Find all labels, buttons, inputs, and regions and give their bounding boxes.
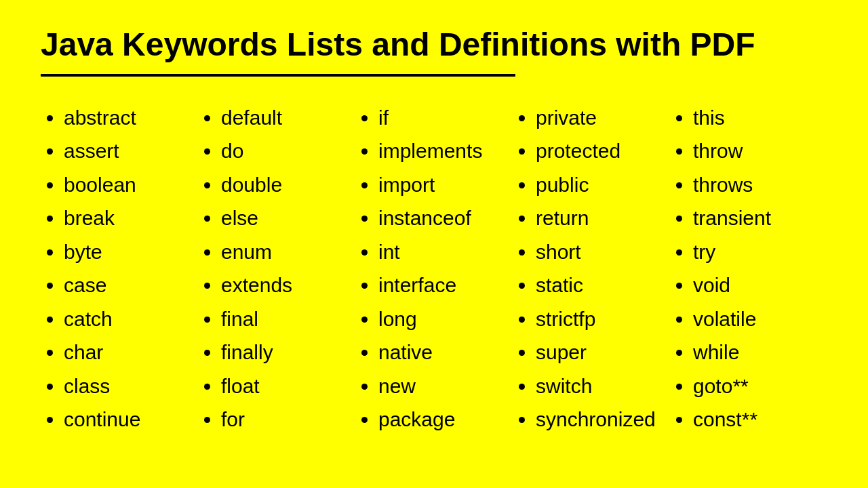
keyword-item-break: break — [64, 201, 191, 235]
keywords-grid: abstractassertbooleanbreakbytecasecatchc… — [41, 101, 827, 436]
keyword-item-switch: switch — [536, 369, 663, 403]
keyword-item-do: do — [221, 134, 349, 168]
keyword-item-while: while — [693, 336, 821, 369]
keyword-column-4: privateprotectedpublicreturnshortstatics… — [513, 101, 670, 436]
keyword-item-abstract: abstract — [64, 101, 191, 135]
keyword-item-const: const** — [693, 403, 821, 436]
keyword-item-try: try — [693, 235, 821, 269]
keyword-item-double: double — [221, 168, 349, 202]
keyword-item-boolean: boolean — [64, 168, 191, 202]
keyword-item-float: float — [221, 369, 349, 403]
keyword-item-this: this — [693, 101, 821, 135]
keyword-item-void: void — [693, 268, 821, 302]
keyword-item-int: int — [378, 235, 506, 269]
keyword-item-super: super — [536, 336, 663, 369]
keyword-item-assert: assert — [64, 134, 191, 168]
keyword-item-transient: transient — [693, 201, 821, 235]
keyword-item-implements: implements — [378, 134, 506, 168]
keyword-item-short: short — [536, 235, 663, 269]
keyword-item-native: native — [378, 336, 506, 369]
keyword-item-return: return — [536, 201, 663, 235]
keyword-item-volatile: volatile — [693, 302, 821, 336]
keyword-column-3: ifimplementsimportinstanceofintinterface… — [355, 101, 513, 436]
keyword-list-4: privateprotectedpublicreturnshortstatics… — [519, 101, 663, 436]
keyword-item-else: else — [221, 201, 349, 235]
keyword-item-goto: goto** — [693, 369, 821, 403]
keyword-item-static: static — [536, 268, 663, 302]
keyword-item-continue: continue — [64, 403, 191, 436]
keyword-item-synchronized: synchronized — [536, 403, 663, 436]
title-underline — [41, 74, 515, 77]
page-title: Java Keywords Lists and Definitions with… — [41, 27, 827, 63]
keyword-list-5: thisthrowthrowstransienttryvoidvolatilew… — [677, 101, 821, 436]
keyword-item-byte: byte — [64, 235, 191, 269]
keyword-item-enum: enum — [221, 235, 349, 269]
keyword-item-long: long — [378, 302, 506, 336]
keyword-item-protected: protected — [536, 134, 663, 168]
keyword-item-private: private — [536, 101, 663, 135]
keyword-item-throws: throws — [693, 168, 821, 202]
keyword-list-3: ifimplementsimportinstanceofintinterface… — [362, 101, 506, 436]
keyword-item-char: char — [64, 336, 191, 369]
keyword-item-new: new — [378, 369, 506, 403]
keyword-list-2: defaultdodoubleelseenumextendsfinalfinal… — [205, 101, 349, 436]
keyword-item-extends: extends — [221, 268, 349, 302]
keyword-item-final: final — [221, 302, 349, 336]
keyword-item-finally: finally — [221, 336, 349, 369]
keyword-item-public: public — [536, 168, 663, 202]
keyword-column-2: defaultdodoubleelseenumextendsfinalfinal… — [198, 101, 355, 436]
keyword-item-throw: throw — [693, 134, 821, 168]
keyword-column-5: thisthrowthrowstransienttryvoidvolatilew… — [670, 101, 827, 436]
keyword-item-strictfp: strictfp — [536, 302, 663, 336]
keyword-item-package: package — [378, 403, 506, 436]
keyword-item-interface: interface — [378, 268, 506, 302]
keyword-item-default: default — [221, 101, 349, 135]
keyword-item-class: class — [64, 369, 191, 403]
keyword-list-1: abstractassertbooleanbreakbytecasecatchc… — [47, 101, 191, 436]
keyword-item-instanceof: instanceof — [378, 201, 506, 235]
keyword-item-for: for — [221, 403, 349, 436]
keyword-item-case: case — [64, 268, 191, 302]
keyword-item-if: if — [378, 101, 506, 135]
keyword-item-import: import — [378, 168, 506, 202]
keyword-column-1: abstractassertbooleanbreakbytecasecatchc… — [41, 101, 198, 436]
keyword-item-catch: catch — [64, 302, 191, 336]
